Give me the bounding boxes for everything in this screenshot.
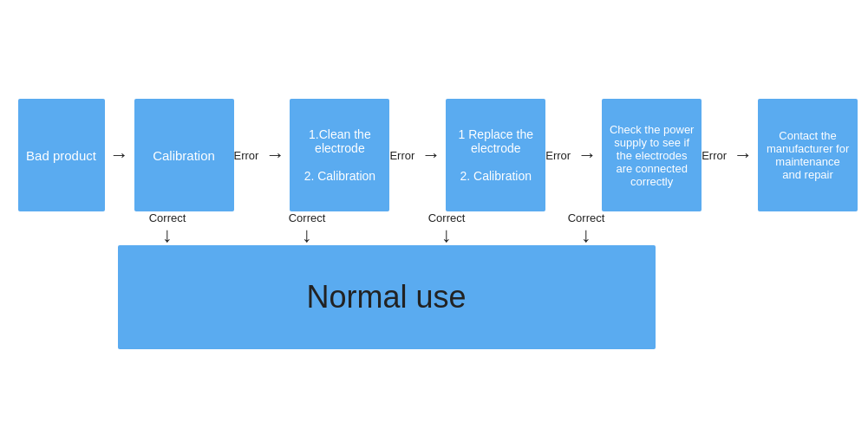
flow-container: Bad product → Calibration Error → 1.Clea… (18, 99, 851, 349)
bad-product-box: Bad product (18, 99, 105, 211)
arrow-1: → (110, 144, 129, 166)
error-contact-group: Error → (702, 144, 758, 166)
arrow-4: → (578, 144, 597, 166)
contact-box: Contact the manufacturer for maintenance… (758, 99, 858, 211)
error-clean-group: Error → (234, 144, 290, 166)
bad-product-label: Bad product (26, 148, 96, 163)
arrow-3: → (421, 144, 441, 166)
correct-item-4: Correct ↓ (537, 211, 636, 245)
calibration-box: Calibration (134, 99, 234, 211)
check-box: Check the power supply to see if the ele… (602, 99, 702, 211)
top-row: Bad product → Calibration Error → 1.Clea… (18, 99, 858, 211)
error-label-2: Error (389, 149, 414, 162)
correct-item-3: Correct ↓ (397, 211, 497, 245)
arrow-2: → (265, 144, 284, 166)
error-label-3: Error (545, 149, 571, 162)
error-label-1: Error (234, 149, 259, 162)
clean-label: 1.Clean the electrode 2. Calibration (297, 127, 382, 183)
correct-item-2: Correct ↓ (258, 211, 357, 245)
replace-label: 1 Replace the electrode 2. Calibration (453, 127, 538, 183)
down-arrow-3: ↓ (441, 224, 452, 245)
down-arrow-2: ↓ (302, 224, 312, 245)
bottom-section: Correct ↓ Correct ↓ Correct ↓ Correct ↓ (118, 211, 656, 349)
normal-use-box: Normal use (118, 245, 656, 349)
replace-box: 1 Replace the electrode 2. Calibration (446, 99, 545, 211)
down-arrow-1: ↓ (162, 224, 173, 245)
check-label: Check the power supply to see if the ele… (609, 123, 695, 188)
correct-row: Correct ↓ Correct ↓ Correct ↓ Correct ↓ (118, 211, 656, 245)
correct-item-1: Correct ↓ (118, 211, 218, 245)
arrow-5: → (734, 144, 753, 166)
down-arrow-4: ↓ (581, 224, 591, 245)
error-check-group: Error → (545, 144, 602, 166)
calibration-label: Calibration (153, 148, 215, 163)
error-label-4: Error (702, 149, 727, 162)
error-replace-group: Error → (389, 144, 446, 166)
clean-box: 1.Clean the electrode 2. Calibration (290, 99, 389, 211)
contact-label: Contact the manufacturer for maintenance… (765, 129, 851, 181)
normal-use-label: Normal use (306, 279, 466, 315)
